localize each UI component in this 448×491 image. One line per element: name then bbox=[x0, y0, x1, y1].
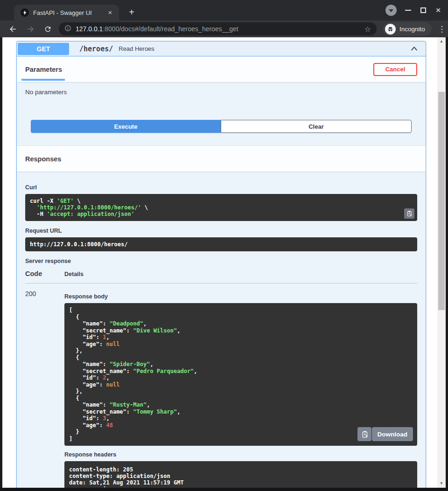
tab-search-button[interactable] bbox=[385, 5, 397, 16]
minimize-button[interactable] bbox=[405, 10, 411, 11]
execute-button[interactable]: Execute bbox=[31, 120, 221, 133]
chevron-down-icon bbox=[389, 9, 393, 12]
window-border-right bbox=[446, 37, 448, 491]
scroll-down-arrow-icon[interactable]: ▼ bbox=[437, 480, 446, 487]
copy-response-icon[interactable] bbox=[357, 427, 371, 441]
url-bar[interactable]: 127.0.0.1:8000/docs#/default/read_heroes… bbox=[59, 22, 377, 35]
parameters-body: No parameters Execute Clear bbox=[17, 82, 426, 145]
tab-title: FastAPI - Swagger UI bbox=[33, 9, 106, 16]
close-tab-icon[interactable]: × bbox=[106, 8, 114, 17]
response-details: Response body [ { "name": "Deadpond", "s… bbox=[64, 290, 417, 488]
close-window-button[interactable]: × bbox=[433, 5, 443, 15]
url-text[interactable]: 127.0.0.1:8000/docs#/default/read_heroes… bbox=[76, 25, 364, 33]
url-path: :8000/docs#/default/read_heroes_heroes__… bbox=[103, 25, 238, 33]
collapse-chevron-up-icon[interactable] bbox=[410, 45, 418, 52]
url-host: 127.0.0.1 bbox=[76, 25, 103, 33]
server-response-table: Code Details 200 Response body [ { "name… bbox=[25, 270, 417, 488]
download-button[interactable]: Download bbox=[372, 427, 413, 441]
http-method-badge: GET bbox=[18, 43, 69, 55]
scrollbar-thumb[interactable] bbox=[438, 92, 445, 310]
response-headers-code-block: content-length: 205content-type: applica… bbox=[64, 461, 417, 488]
fastapi-favicon-icon bbox=[21, 8, 29, 17]
details-column-header: Details bbox=[64, 271, 84, 277]
response-body-label: Response body bbox=[64, 293, 417, 300]
response-headers-label: Response headers bbox=[64, 451, 417, 458]
forward-button[interactable] bbox=[25, 23, 36, 35]
back-button[interactable] bbox=[7, 23, 18, 35]
response-row-200: 200 Response body [ { "name": "Deadpond"… bbox=[25, 284, 417, 488]
request-url-value: http://127.0.0.1:8000/heroes/ bbox=[25, 237, 417, 251]
parameters-section-header: Parameters Cancel bbox=[17, 56, 426, 82]
curl-label: Curl bbox=[25, 184, 417, 191]
response-body-code-block: [ { "name": "Deadpond", "secret_name": "… bbox=[64, 303, 417, 446]
info-icon[interactable] bbox=[64, 25, 71, 34]
cancel-button[interactable]: Cancel bbox=[373, 63, 417, 76]
bookmark-star-icon[interactable]: ☆ bbox=[364, 25, 371, 34]
incognito-badge: Incognito bbox=[383, 22, 432, 36]
page-scrollbar[interactable]: ▲ ▼ bbox=[437, 37, 446, 488]
no-parameters-text: No parameters bbox=[25, 89, 417, 96]
scroll-up-arrow-icon[interactable]: ▲ bbox=[437, 38, 446, 45]
browser-tab[interactable]: FastAPI - Swagger UI × bbox=[14, 5, 119, 21]
opblock-summary[interactable]: GET /heroes/ Read Heroes bbox=[17, 41, 426, 56]
browser-window: FastAPI - Swagger UI × + × 127.0.0.1:800… bbox=[0, 0, 448, 491]
browser-tab-bar: FastAPI - Swagger UI × + × bbox=[0, 0, 448, 21]
clear-button[interactable]: Clear bbox=[221, 120, 412, 133]
incognito-icon bbox=[385, 24, 396, 35]
responses-title: Responses bbox=[25, 155, 61, 163]
execute-row: Execute Clear bbox=[31, 120, 412, 133]
parameters-title: Parameters bbox=[25, 66, 62, 73]
active-tab-underline bbox=[21, 79, 65, 81]
browser-menu-icon[interactable]: ⋮ bbox=[437, 24, 447, 34]
code-column-header: Code bbox=[25, 270, 64, 277]
curl-copy-anchor bbox=[25, 208, 417, 221]
browser-toolbar: 127.0.0.1:8000/docs#/default/read_heroes… bbox=[0, 21, 448, 37]
swagger-page: GET /heroes/ Read Heroes Parameters Canc… bbox=[2, 37, 437, 488]
new-tab-button[interactable]: + bbox=[125, 6, 138, 19]
response-table-header: Code Details bbox=[25, 270, 417, 284]
responses-section-header: Responses bbox=[17, 145, 426, 172]
endpoint-path: /heroes/ bbox=[79, 45, 113, 53]
maximize-button[interactable] bbox=[420, 7, 426, 13]
copy-to-clipboard-icon[interactable] bbox=[404, 208, 414, 219]
server-response-label: Server response bbox=[25, 258, 417, 264]
responses-body: Curl curl -X 'GET' \ 'http://127.0.0.1:8… bbox=[17, 172, 426, 488]
opblock-get-heroes: GET /heroes/ Read Heroes Parameters Canc… bbox=[16, 41, 426, 488]
request-url-label: Request URL bbox=[25, 228, 417, 234]
window-border-left bbox=[0, 37, 2, 491]
window-border-bottom bbox=[0, 488, 448, 491]
status-code: 200 bbox=[25, 290, 64, 488]
endpoint-summary: Read Heroes bbox=[119, 45, 154, 52]
incognito-label: Incognito bbox=[399, 26, 425, 33]
reload-button[interactable] bbox=[42, 23, 53, 35]
